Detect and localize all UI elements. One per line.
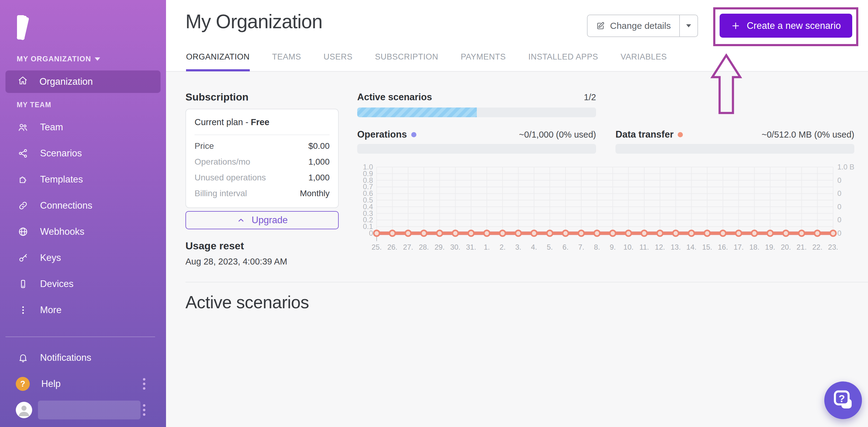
page-title: My Organization bbox=[185, 10, 322, 33]
svg-text:15.: 15. bbox=[702, 243, 712, 251]
svg-text:10.: 10. bbox=[623, 243, 633, 251]
svg-text:18.: 18. bbox=[749, 243, 760, 251]
sidebar-item-team[interactable]: Team bbox=[5, 114, 160, 140]
svg-text:21.: 21. bbox=[797, 243, 807, 251]
user-menu-kebab-icon[interactable] bbox=[141, 402, 147, 418]
users-icon bbox=[18, 122, 29, 133]
data-transfer-value: ~0/512.0 MB (0% used) bbox=[762, 130, 854, 140]
mobile-icon bbox=[18, 279, 29, 289]
change-details-dropdown-button[interactable] bbox=[679, 15, 698, 36]
user-name-placeholder bbox=[38, 401, 141, 419]
tab-subscription[interactable]: SUBSCRIPTION bbox=[375, 52, 439, 71]
svg-text:7.: 7. bbox=[578, 243, 584, 251]
sidebar-item-webhooks[interactable]: Webhooks bbox=[5, 219, 160, 245]
operations-dot-icon bbox=[411, 132, 416, 137]
tab-organization[interactable]: ORGANIZATION bbox=[186, 52, 250, 71]
svg-text:20.: 20. bbox=[781, 243, 791, 251]
operations-label: Operations bbox=[357, 129, 407, 140]
upgrade-button[interactable]: Upgrade bbox=[185, 211, 339, 229]
svg-text:6.: 6. bbox=[562, 243, 568, 251]
avatar[interactable] bbox=[16, 402, 32, 418]
tab-installed-apps[interactable]: INSTALLED APPS bbox=[528, 52, 598, 71]
sidebar-item-keys[interactable]: Keys bbox=[5, 245, 160, 271]
sidebar-item-templates[interactable]: Templates bbox=[5, 166, 160, 193]
plan-value: Free bbox=[251, 117, 269, 127]
key-icon bbox=[18, 252, 29, 263]
data-transfer-dot-icon bbox=[678, 132, 683, 137]
svg-text:0: 0 bbox=[369, 229, 373, 237]
create-scenario-button[interactable]: Create a new scenario bbox=[720, 14, 852, 38]
change-details-split-button: Change details bbox=[587, 15, 698, 37]
tab-users[interactable]: USERS bbox=[323, 52, 353, 71]
create-scenario-label: Create a new scenario bbox=[747, 20, 841, 31]
app-window: MY ORGANIZATION Organization MY TEAM Tea… bbox=[0, 0, 868, 427]
sidebar: MY ORGANIZATION Organization MY TEAM Tea… bbox=[0, 0, 166, 427]
sidebar-item-scenarios[interactable]: Scenarios bbox=[5, 140, 160, 166]
help-menu-kebab-icon[interactable] bbox=[141, 376, 147, 392]
svg-text:25.: 25. bbox=[371, 243, 381, 251]
svg-text:14.: 14. bbox=[686, 243, 696, 251]
help-chat-button[interactable]: ? bbox=[824, 381, 862, 419]
subscription-row-operations: Operations/mo1,000 bbox=[194, 154, 330, 170]
sidebar-item-label: Devices bbox=[40, 279, 73, 289]
sidebar-footer: Notifications ? Help bbox=[5, 345, 160, 397]
svg-text:19.: 19. bbox=[765, 243, 775, 251]
active-scenarios-value: 1/2 bbox=[584, 92, 596, 102]
usage-line-chart: 1.00.90.80.70.60.50.40.30.20.101.0 B0000… bbox=[360, 163, 860, 264]
sidebar-item-devices[interactable]: Devices bbox=[5, 271, 160, 297]
sidebar-item-more[interactable]: More bbox=[5, 297, 160, 323]
change-details-button[interactable]: Change details bbox=[588, 15, 679, 36]
svg-text:30.: 30. bbox=[451, 243, 460, 251]
sidebar-item-label: Team bbox=[40, 122, 63, 133]
svg-text:11.: 11. bbox=[640, 243, 649, 251]
tab-teams[interactable]: TEAMS bbox=[272, 52, 301, 71]
kebab-icon bbox=[18, 305, 29, 316]
sidebar-item-notifications[interactable]: Notifications bbox=[5, 345, 160, 371]
make-logo bbox=[17, 13, 51, 39]
subscription-row-price: Price$0.00 bbox=[194, 138, 330, 154]
edit-icon bbox=[596, 21, 605, 30]
sidebar-item-label: Templates bbox=[40, 174, 83, 185]
share-nodes-icon bbox=[18, 148, 29, 159]
link-icon bbox=[18, 200, 29, 211]
subscription-title: Subscription bbox=[185, 91, 249, 103]
svg-text:0: 0 bbox=[837, 216, 841, 224]
subscription-card: Current plan - Free Price$0.00 Operation… bbox=[185, 109, 339, 208]
svg-text:5.: 5. bbox=[547, 243, 553, 251]
svg-text:1.: 1. bbox=[484, 243, 490, 251]
sidebar-user-row[interactable] bbox=[5, 397, 160, 423]
section-divider bbox=[185, 282, 868, 282]
help-chat-icon: ? bbox=[832, 389, 854, 411]
sidebar-item-label: Scenarios bbox=[40, 148, 82, 159]
data-transfer-progressbar bbox=[616, 144, 854, 154]
svg-text:1.0 B: 1.0 B bbox=[837, 163, 854, 171]
question-circle-icon: ? bbox=[16, 377, 30, 391]
svg-text:4.: 4. bbox=[531, 243, 537, 251]
active-scenarios-progressbar bbox=[357, 108, 596, 117]
puzzle-icon bbox=[18, 174, 29, 185]
sidebar-item-label: Keys bbox=[40, 252, 61, 263]
subscription-row-unused: Unused operations1,000 bbox=[194, 170, 330, 186]
svg-text:22.: 22. bbox=[812, 243, 822, 251]
svg-text:0: 0 bbox=[837, 203, 841, 211]
svg-text:?: ? bbox=[839, 393, 845, 404]
team-section-label: MY TEAM bbox=[17, 101, 51, 109]
tab-payments[interactable]: PAYMENTS bbox=[461, 52, 506, 71]
sidebar-item-connections[interactable]: Connections bbox=[5, 193, 160, 219]
svg-text:12.: 12. bbox=[655, 243, 665, 251]
tab-variables[interactable]: VARIABLES bbox=[621, 52, 667, 71]
operations-value: ~0/1,000 (0% used) bbox=[519, 130, 596, 140]
sidebar-item-organization[interactable]: Organization bbox=[5, 70, 160, 93]
svg-text:23.: 23. bbox=[828, 243, 838, 251]
globe-icon bbox=[18, 226, 29, 237]
org-switcher[interactable]: MY ORGANIZATION bbox=[17, 55, 100, 63]
chevron-down-icon bbox=[95, 57, 100, 61]
sidebar-divider bbox=[5, 337, 155, 337]
sidebar-item-label: Webhooks bbox=[40, 226, 84, 237]
current-plan-line: Current plan - Free bbox=[194, 117, 330, 135]
data-transfer-meter-header: Data transfer ~0/512.0 MB (0% used) bbox=[616, 129, 854, 140]
svg-text:0: 0 bbox=[837, 189, 841, 197]
svg-text:3.: 3. bbox=[515, 243, 521, 251]
sidebar-item-help[interactable]: ? Help bbox=[5, 371, 160, 397]
upgrade-label: Upgrade bbox=[252, 215, 288, 226]
